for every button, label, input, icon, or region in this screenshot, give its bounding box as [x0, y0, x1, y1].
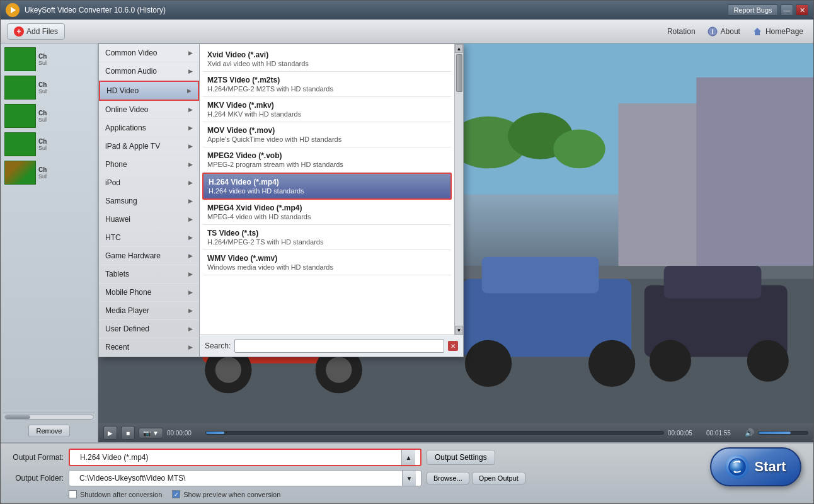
category-samsung[interactable]: Samsung ▶	[99, 192, 199, 210]
file-name-1: Ch	[38, 53, 94, 60]
volume-slider[interactable]	[758, 431, 808, 435]
category-game-hardware[interactable]: Game Hardware ▶	[99, 247, 199, 265]
nav-bar: + Add Files Rotation i About HomePage	[1, 20, 813, 43]
category-applications[interactable]: Applications ▶	[99, 119, 199, 137]
category-common-audio-label: Common Audio	[105, 67, 157, 76]
start-label: Start	[754, 459, 786, 475]
file-info-3: Ch Sul	[38, 110, 94, 123]
homepage-icon	[752, 26, 763, 37]
category-huawei[interactable]: Huawei ▶	[99, 210, 199, 229]
format-mpeg2-vob[interactable]: MPEG2 Video (*.vob) MPEG-2 program strea…	[202, 147, 452, 173]
format-list-container: Xvid Video (*.avi) Xvid avi video with H…	[200, 44, 463, 357]
category-online-video-label: Online Video	[105, 105, 149, 114]
output-format-value: H.264 Video (*.mp4)	[75, 453, 401, 462]
format-name-mpeg4: MPEG4 Xvid Video (*.mp4)	[207, 203, 447, 212]
chevron-right-icon-7: ▶	[188, 161, 193, 168]
preview-checkbox[interactable]	[172, 490, 180, 498]
format-h264-mp4[interactable]: H.264 Video (*.mp4) H.264 video with HD …	[202, 173, 452, 200]
report-bugs-title-btn[interactable]: Report Bugs	[728, 4, 778, 16]
preview-option[interactable]: Show preview when conversion	[172, 490, 280, 498]
play-button[interactable]: ▶	[103, 426, 117, 440]
file-name-4: Ch	[38, 138, 94, 145]
format-name-xvid: Xvid Video (*.avi)	[207, 50, 447, 59]
category-recent-label: Recent	[105, 343, 129, 352]
category-recent[interactable]: Recent ▶	[99, 338, 199, 357]
scroll-down-arrow[interactable]: ▼	[455, 326, 463, 335]
category-media-player[interactable]: Media Player ▶	[99, 302, 199, 320]
scroll-up-arrow[interactable]: ▲	[455, 44, 463, 53]
category-huawei-label: Huawei	[105, 215, 130, 224]
shutdown-checkbox[interactable]	[69, 490, 77, 498]
chevron-right-icon-2: ▶	[188, 68, 193, 74]
search-input[interactable]	[234, 339, 444, 353]
shutdown-option[interactable]: Shutdown after conversion	[69, 490, 162, 498]
file-info-1: Ch Sul	[38, 53, 94, 66]
category-ipod[interactable]: iPod ▶	[99, 174, 199, 192]
search-clear-button[interactable]: ✕	[448, 341, 458, 351]
svg-point-35	[747, 340, 789, 382]
folder-dropdown-arrow[interactable]: ▼	[402, 471, 416, 486]
output-settings-button[interactable]: Output Settings	[427, 450, 495, 465]
browse-button[interactable]: Browse...	[427, 472, 469, 484]
progress-bar[interactable]	[205, 431, 664, 435]
category-ipad-apple-tv[interactable]: iPad & Apple TV ▶	[99, 137, 199, 156]
horizontal-scrollbar[interactable]	[3, 413, 95, 420]
category-common-audio[interactable]: Common Audio ▶	[99, 62, 199, 81]
about-label: About	[721, 27, 740, 36]
format-mkv[interactable]: MKV Video (*.mkv) H.264 MKV with HD stan…	[202, 97, 452, 122]
category-online-video[interactable]: Online Video ▶	[99, 101, 199, 119]
close-button[interactable]: ✕	[796, 4, 808, 16]
file-name-5: Ch	[38, 166, 94, 173]
output-folder-select[interactable]: C:\Videos-Ukeysoft\Video MTS\ ▼	[69, 470, 421, 486]
start-button[interactable]: Start	[710, 447, 801, 486]
file-item-2[interactable]: Ch Sul	[3, 74, 95, 101]
format-wmv[interactable]: WMV Video (*.wmv) Windows media video wi…	[202, 250, 452, 275]
app-logo	[6, 3, 20, 17]
chevron-right-icon-11: ▶	[188, 234, 193, 241]
about-icon: i	[707, 26, 718, 37]
remove-button[interactable]: Remove	[28, 425, 71, 437]
output-format-select[interactable]: H.264 Video (*.mp4) ▲	[69, 449, 421, 466]
rotation-button[interactable]: Rotation	[663, 25, 699, 38]
format-name-ts: TS Video (*.ts)	[207, 229, 447, 238]
format-desc-mpeg2: MPEG-2 program stream with HD standards	[207, 161, 447, 168]
homepage-button[interactable]: HomePage	[748, 23, 807, 40]
camera-dropdown-arrow: ▼	[152, 430, 159, 437]
camera-button[interactable]: 📷 ▼	[139, 428, 163, 438]
file-item-1[interactable]: Ch Sul	[3, 46, 95, 72]
format-mov[interactable]: MOV Video (*.mov) Apple's QuickTime vide…	[202, 122, 452, 147]
format-list: Xvid Video (*.avi) Xvid avi video with H…	[200, 44, 454, 335]
category-tablets[interactable]: Tablets ▶	[99, 265, 199, 284]
category-hd-video[interactable]: HD Video ▶	[99, 81, 199, 101]
stop-button[interactable]: ■	[121, 426, 135, 440]
chevron-right-icon-10: ▶	[188, 216, 193, 222]
file-item-5[interactable]: Ch Sul	[3, 159, 95, 186]
category-mobile-phone[interactable]: Mobile Phone ▶	[99, 284, 199, 302]
chevron-right-icon-12: ▶	[188, 253, 193, 259]
chevron-right-icon-16: ▶	[188, 326, 193, 332]
category-user-defined[interactable]: User Defined ▶	[99, 320, 199, 338]
format-scrollbar[interactable]: ▲ ▼	[454, 44, 463, 335]
category-phone-label: Phone	[105, 160, 127, 169]
file-info-5: Ch Sul	[38, 166, 94, 180]
output-format-dropdown-arrow[interactable]: ▲	[401, 450, 415, 465]
format-mpeg4-xvid[interactable]: MPEG4 Xvid Video (*.mp4) MPEG-4 video wi…	[202, 200, 452, 225]
file-thumb-3	[4, 104, 36, 128]
app-window: UkeySoft Video Converter 10.6.0 (History…	[0, 0, 814, 504]
add-files-label: Add Files	[26, 27, 58, 36]
format-m2ts[interactable]: M2TS Video (*.m2ts) H.264/MPEG-2 M2TS wi…	[202, 72, 452, 97]
format-ts[interactable]: TS Video (*.ts) H.264/MPEG-2 TS with HD …	[202, 225, 452, 250]
minimize-button[interactable]: —	[781, 4, 793, 16]
add-files-button[interactable]: + Add Files	[7, 23, 65, 40]
format-desc-mov: Apple's QuickTime video with HD standard…	[207, 135, 447, 143]
file-item-4[interactable]: Ch Sul	[3, 131, 95, 158]
open-output-button[interactable]: Open Output	[472, 472, 525, 484]
file-item-3[interactable]: Ch Sul	[3, 103, 95, 129]
category-htc[interactable]: HTC ▶	[99, 229, 199, 247]
category-common-video[interactable]: Common Video ▶	[99, 44, 199, 62]
category-phone[interactable]: Phone ▶	[99, 156, 199, 174]
svg-text:i: i	[711, 28, 713, 35]
format-xvid-avi[interactable]: Xvid Video (*.avi) Xvid avi video with H…	[202, 47, 452, 72]
scroll-thumb[interactable]	[456, 54, 462, 92]
about-button[interactable]: i About	[703, 23, 744, 40]
